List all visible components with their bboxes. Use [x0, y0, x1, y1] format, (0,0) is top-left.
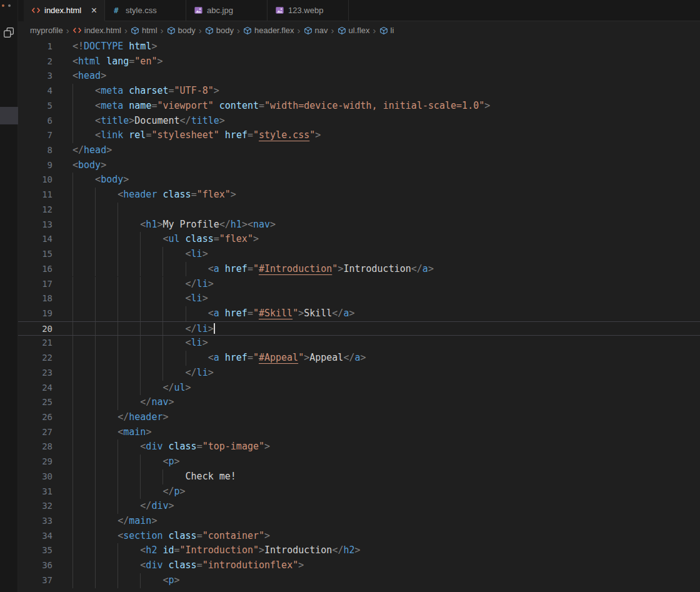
code-text[interactable]: <a href="#Appeal">Appeal</a>	[72, 351, 700, 366]
code-line[interactable]: 13<h1>My Profile</h1><nav>	[18, 218, 700, 233]
code-line[interactable]: 30Check me!	[18, 469, 700, 484]
code-line[interactable]: 16<a href="#Introduction">Introduction</…	[18, 262, 700, 277]
code-text[interactable]: <link rel="stylesheet" href="style.css">	[72, 128, 700, 143]
code-text[interactable]: <ul class="flex">	[72, 232, 700, 247]
code-text[interactable]: <!DOCTYPE html>	[72, 39, 700, 54]
code-line[interactable]: 18<li>	[18, 291, 700, 306]
code-line[interactable]: 22<a href="#Appeal">Appeal</a>	[18, 351, 700, 366]
code-text[interactable]: </li>	[72, 366, 700, 381]
tab-abc.jpg[interactable]: abc.jpg×	[186, 0, 268, 21]
code-text[interactable]: </nav>	[72, 395, 700, 410]
breadcrumb-item-symbol[interactable]: body	[167, 26, 196, 35]
code-line[interactable]: 25</nav>	[18, 395, 700, 410]
code-line[interactable]: 14<ul class="flex">	[18, 232, 700, 247]
code-line[interactable]: 19<a href="#Skill">Skill</a>	[18, 306, 700, 321]
code-line[interactable]: 34<section class="container">	[18, 529, 700, 544]
code-line[interactable]: 37<p>	[18, 573, 700, 588]
code-text[interactable]: <h2 id="Introduction">Introduction</h2>	[72, 543, 700, 558]
tab-index.html[interactable]: index.html×	[24, 0, 105, 21]
code-text[interactable]: <head>	[72, 69, 700, 84]
close-icon[interactable]: ×	[90, 6, 98, 16]
code-line[interactable]: 21<li>	[18, 336, 700, 351]
code-line[interactable]: 4<meta charset="UTF-8">	[18, 84, 700, 99]
code-text[interactable]: <div class="top-image">	[72, 439, 700, 454]
code-token: charset	[123, 85, 168, 96]
code-line[interactable]: 7<link rel="stylesheet" href="style.css"…	[18, 128, 700, 143]
code-text[interactable]: <section class="container">	[72, 529, 700, 544]
code-text[interactable]: <p>	[72, 454, 700, 469]
code-text[interactable]: <li>	[72, 247, 700, 262]
code-text[interactable]: <body>	[72, 158, 700, 173]
code-text[interactable]: <li>	[72, 336, 700, 351]
code-text[interactable]: Check me!	[72, 469, 700, 484]
code-text[interactable]: </header>	[72, 410, 700, 425]
breadcrumb-item-symbol[interactable]: li	[379, 26, 394, 35]
code-line[interactable]: 5<meta name="viewport" content="width=de…	[18, 99, 700, 114]
code-token: "top-image"	[202, 441, 264, 452]
code-text[interactable]: <title>Document</title>	[72, 114, 700, 129]
code-line[interactable]: 24</ul>	[18, 381, 700, 396]
code-line[interactable]: 9<body>	[18, 158, 700, 173]
code-token: >	[101, 70, 106, 81]
code-line[interactable]: 17</li>	[18, 277, 700, 292]
code-line[interactable]: 27<main>	[18, 425, 700, 440]
code-text[interactable]: <div class="introdutionflex">	[72, 558, 700, 573]
code-token: =	[191, 189, 197, 200]
code-text[interactable]: <h1>My Profile</h1><nav>	[72, 218, 700, 233]
code-text[interactable]: <a href="#Skill">Skill</a>	[72, 306, 700, 321]
breadcrumb-item-symbol[interactable]: ul.flex	[338, 26, 370, 35]
code-text[interactable]: <meta name="viewport" content="width=dev…	[72, 99, 700, 114]
code-text[interactable]: <li>	[72, 291, 700, 306]
code-text[interactable]: <header class="flex">	[72, 188, 700, 203]
code-text[interactable]: </main>	[72, 514, 700, 529]
code-line[interactable]: 8</head>	[18, 143, 700, 158]
code-line[interactable]: 28<div class="top-image">	[18, 439, 700, 454]
code-line[interactable]: 31</p>	[18, 484, 700, 499]
code-editor[interactable]: 1<!DOCTYPE html>2<html lang="en">3<head>…	[18, 39, 700, 592]
code-text[interactable]: </p>	[72, 484, 700, 499]
activity-bar[interactable]	[0, 0, 18, 592]
indent-guide	[140, 232, 162, 247]
indent-guide	[140, 262, 162, 277]
code-line[interactable]: 3<head>	[18, 69, 700, 84]
code-line[interactable]: 2<html lang="en">	[18, 54, 700, 69]
code-line[interactable]: 15<li>	[18, 247, 700, 262]
code-line[interactable]: 32</div>	[18, 499, 700, 514]
code-line[interactable]: 23</li>	[18, 366, 700, 381]
breadcrumb-label: header.flex	[254, 26, 294, 35]
code-line[interactable]: 26</header>	[18, 410, 700, 425]
line-number: 31	[18, 484, 72, 499]
code-line[interactable]: 36<div class="introdutionflex">	[18, 558, 700, 573]
code-line[interactable]: 10<body>	[18, 173, 700, 188]
tab-123.webp[interactable]: 123.webp×	[268, 0, 349, 21]
code-text[interactable]: </ul>	[72, 381, 700, 396]
code-line[interactable]: 12	[18, 203, 700, 218]
breadcrumb-item-file[interactable]: index.html	[72, 26, 121, 35]
code-token: <	[72, 159, 78, 171]
code-line[interactable]: 20</li>	[18, 321, 700, 336]
code-line[interactable]: 6<title>Document</title>	[18, 114, 700, 129]
code-line[interactable]: 33</main>	[18, 514, 700, 529]
code-text[interactable]: <html lang="en">	[72, 54, 700, 69]
code-line[interactable]: 29<p>	[18, 454, 700, 469]
copy-squares-icon[interactable]	[3, 27, 14, 41]
breadcrumb-item-symbol[interactable]: body	[205, 26, 234, 35]
tab-style.css[interactable]: #style.css×	[105, 0, 186, 21]
breadcrumb-item-folder[interactable]: myprofile	[30, 26, 63, 35]
code-text[interactable]: </li>	[72, 277, 700, 292]
code-text[interactable]: <body>	[72, 173, 700, 188]
breadcrumb-item-symbol[interactable]: html	[131, 26, 158, 35]
breadcrumb-item-symbol[interactable]: nav	[304, 26, 328, 35]
code-line[interactable]: 11<header class="flex">	[18, 188, 700, 203]
code-text[interactable]	[72, 203, 700, 218]
code-line[interactable]: 1<!DOCTYPE html>	[18, 39, 700, 54]
code-text[interactable]: <p>	[72, 573, 700, 588]
breadcrumb-item-symbol[interactable]: header.flex	[243, 26, 294, 35]
code-text[interactable]: <a href="#Introduction">Introduction</a>	[72, 262, 700, 277]
code-text[interactable]: <main>	[72, 425, 700, 440]
code-text[interactable]: </div>	[72, 499, 700, 514]
code-line[interactable]: 35<h2 id="Introduction">Introduction</h2…	[18, 543, 700, 558]
code-text[interactable]: </li>	[72, 322, 700, 336]
code-text[interactable]: </head>	[72, 143, 700, 158]
code-text[interactable]: <meta charset="UTF-8">	[72, 84, 700, 99]
